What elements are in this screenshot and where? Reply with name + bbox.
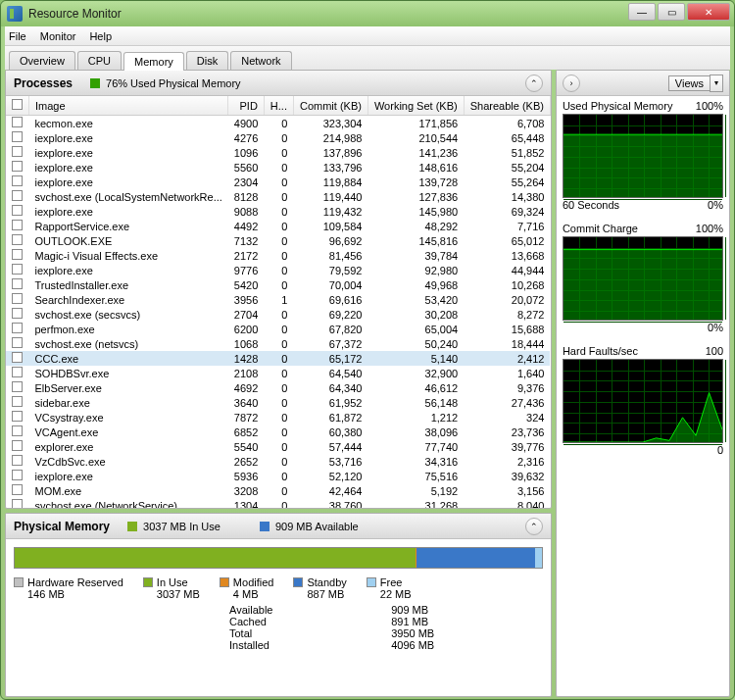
table-row[interactable]: RapportService.exe44920109,58448,2927,71…: [6, 219, 550, 233]
row-checkbox[interactable]: [12, 175, 23, 186]
row-checkbox[interactable]: [12, 293, 23, 304]
collapse-icon[interactable]: ⌃: [525, 518, 543, 535]
table-row[interactable]: ElbServer.exe4692064,34046,6129,376: [6, 380, 550, 395]
row-checkbox[interactable]: [12, 352, 23, 363]
col-ws[interactable]: Working Set (KB): [368, 96, 464, 116]
col-image[interactable]: Image: [29, 96, 228, 116]
row-checkbox[interactable]: [12, 411, 23, 422]
views-button[interactable]: Views: [668, 75, 710, 91]
table-row[interactable]: VCAgent.exe6852060,38038,09623,736: [6, 425, 550, 439]
row-checkbox[interactable]: [12, 190, 23, 201]
titlebar[interactable]: Resource Monitor — ▭ ✕: [1, 1, 734, 26]
menu-file[interactable]: File: [9, 30, 26, 42]
table-row[interactable]: iexplore.exe5936052,12075,51639,632: [6, 469, 550, 483]
row-checkbox[interactable]: [12, 117, 23, 127]
row-checkbox[interactable]: [12, 249, 23, 260]
table-row[interactable]: explorer.exe5540057,44477,74039,776: [6, 439, 550, 454]
row-checkbox[interactable]: [12, 440, 23, 451]
tab-network[interactable]: Network: [230, 51, 291, 70]
row-checkbox[interactable]: [12, 131, 23, 142]
seg-standby: [416, 548, 534, 568]
cell-hard: 0: [264, 307, 293, 322]
table-row[interactable]: SOHDBSvr.exe2108064,54032,9001,640: [6, 366, 550, 380]
tab-cpu[interactable]: CPU: [77, 51, 122, 70]
cell-ws: 145,816: [368, 233, 464, 248]
cell-hard: 0: [264, 425, 293, 439]
row-checkbox[interactable]: [12, 499, 23, 508]
cell-pid: 1068: [228, 336, 264, 351]
table-row[interactable]: svchost.exe (secsvcs)2704069,22030,2088,…: [6, 307, 550, 322]
table-row[interactable]: iexplore.exe42760214,988210,54465,448: [6, 130, 550, 145]
table-row[interactable]: kecmon.exe49000323,304171,8566,708: [6, 116, 550, 131]
cell-share: 23,736: [464, 425, 550, 439]
table-row[interactable]: svchost.exe (NetworkService)1304038,7603…: [6, 498, 550, 508]
table-row[interactable]: iexplore.exe90880119,432145,98069,324: [6, 204, 550, 219]
physmem-header[interactable]: Physical Memory 3037 MB In Use 909 MB Av…: [6, 514, 551, 539]
table-row[interactable]: VzCdbSvc.exe2652053,71634,3162,316: [6, 454, 550, 469]
col-share[interactable]: Shareable (KB): [464, 96, 550, 116]
cell-image: iexplore.exe: [29, 175, 228, 189]
expand-graphs-icon[interactable]: ›: [563, 75, 580, 92]
row-checkbox[interactable]: [12, 323, 23, 333]
table-row[interactable]: iexplore.exe9776079,59292,98044,944: [6, 263, 550, 277]
close-button[interactable]: ✕: [687, 3, 730, 21]
cell-pid: 6200: [228, 322, 264, 336]
row-checkbox[interactable]: [12, 161, 23, 172]
cell-hard: 0: [264, 277, 293, 292]
svg-marker-2: [564, 393, 722, 442]
cell-share: 69,324: [464, 204, 550, 219]
col-hard[interactable]: H...: [264, 96, 293, 116]
select-all-checkbox[interactable]: [12, 99, 23, 110]
cell-hard: 0: [264, 351, 293, 366]
table-row[interactable]: TrustedInstaller.exe5420070,00449,96810,…: [6, 277, 550, 292]
cell-image: iexplore.exe: [29, 145, 228, 160]
table-row[interactable]: SearchIndexer.exe3956169,61653,42020,072: [6, 292, 550, 307]
row-checkbox[interactable]: [12, 367, 23, 377]
tab-overview[interactable]: Overview: [9, 51, 75, 70]
collapse-icon[interactable]: ⌃: [525, 75, 543, 92]
table-row[interactable]: iexplore.exe55600133,796148,61655,204: [6, 160, 550, 175]
table-row[interactable]: CCC.exe1428065,1725,1402,412: [6, 351, 550, 366]
cell-share: 8,272: [464, 307, 550, 322]
cell-ws: 39,784: [368, 248, 464, 263]
row-checkbox[interactable]: [12, 470, 23, 480]
row-checkbox[interactable]: [12, 205, 23, 216]
cell-commit: 64,540: [293, 366, 368, 380]
table-row[interactable]: MOM.exe3208042,4645,1923,156: [6, 483, 550, 498]
row-checkbox[interactable]: [12, 425, 23, 436]
table-row[interactable]: iexplore.exe10960137,896141,23651,852: [6, 145, 550, 160]
row-checkbox[interactable]: [12, 278, 23, 289]
row-checkbox[interactable]: [12, 264, 23, 275]
legend-value: 4 MB: [233, 588, 274, 600]
col-pid[interactable]: PID: [228, 96, 264, 116]
table-row[interactable]: perfmon.exe6200067,82065,00415,688: [6, 322, 550, 336]
row-checkbox[interactable]: [12, 484, 23, 495]
cell-pid: 3208: [228, 483, 264, 498]
views-dropdown-icon[interactable]: ▾: [710, 75, 723, 92]
table-row[interactable]: Magic-i Visual Effects.exe2172081,45639,…: [6, 248, 550, 263]
row-checkbox[interactable]: [12, 308, 23, 319]
row-checkbox[interactable]: [12, 381, 23, 392]
tab-disk[interactable]: Disk: [186, 51, 228, 70]
processes-table-scroll[interactable]: Image PID H... Commit (KB) Working Set (…: [6, 96, 551, 508]
processes-header[interactable]: Processes 76% Used Physical Memory ⌃: [6, 71, 551, 96]
minimize-button[interactable]: —: [628, 3, 656, 21]
row-checkbox[interactable]: [12, 146, 23, 157]
row-checkbox[interactable]: [12, 337, 23, 348]
col-commit[interactable]: Commit (KB): [293, 96, 368, 116]
table-row[interactable]: iexplore.exe23040119,884139,72855,264: [6, 175, 550, 189]
menu-help[interactable]: Help: [89, 30, 112, 42]
maximize-button[interactable]: ▭: [658, 3, 685, 21]
menu-monitor[interactable]: Monitor: [40, 30, 76, 42]
row-checkbox[interactable]: [12, 455, 23, 466]
row-checkbox[interactable]: [12, 220, 23, 230]
table-row[interactable]: svchost.exe (LocalSystemNetworkRe...8128…: [6, 189, 550, 204]
table-row[interactable]: VCsystray.exe7872061,8721,212324: [6, 410, 550, 425]
table-row[interactable]: svchost.exe (netsvcs)1068067,37250,24018…: [6, 336, 550, 351]
table-row[interactable]: sidebar.exe3640061,95256,14827,436: [6, 395, 550, 410]
cell-share: 3,156: [464, 483, 550, 498]
table-row[interactable]: OUTLOOK.EXE7132096,692145,81665,012: [6, 233, 550, 248]
row-checkbox[interactable]: [12, 234, 23, 245]
tab-memory[interactable]: Memory: [123, 52, 184, 71]
row-checkbox[interactable]: [12, 396, 23, 407]
